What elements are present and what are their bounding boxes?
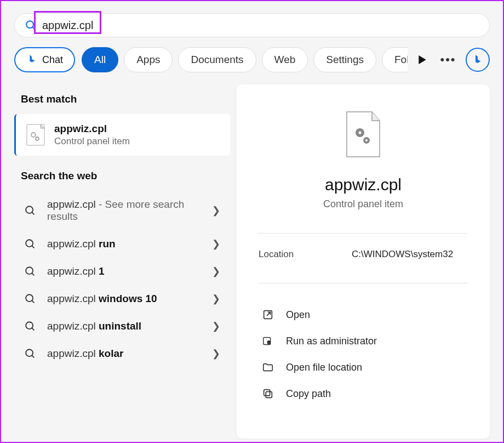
bing-chat-icon bbox=[26, 54, 38, 66]
web-result-item[interactable]: appwiz.cpl kolar ❯ bbox=[14, 340, 230, 367]
action-label: Copy path bbox=[286, 388, 331, 400]
web-result-label: appwiz.cpl - See more search results bbox=[47, 198, 201, 223]
divider bbox=[259, 283, 468, 283]
filter-apps[interactable]: Apps bbox=[124, 47, 173, 72]
action-open-location[interactable]: Open file location bbox=[259, 355, 468, 380]
preview-actions: Open Run as administrator Open file loca… bbox=[259, 302, 468, 406]
web-result-label: appwiz.cpl run bbox=[47, 238, 201, 250]
filter-row: Chat All Apps Documents Web Settings Fol… bbox=[1, 37, 503, 80]
svg-line-6 bbox=[32, 212, 34, 214]
best-match-subtitle: Control panel item bbox=[54, 136, 130, 147]
filter-pills: All Apps Documents Web Settings Folders bbox=[82, 47, 408, 72]
bing-icon bbox=[471, 53, 484, 66]
location-value: C:\WINDOWS\system32 bbox=[352, 249, 453, 260]
svg-point-5 bbox=[26, 206, 33, 213]
svg-line-12 bbox=[32, 300, 34, 303]
search-icon bbox=[24, 293, 36, 305]
filter-all[interactable]: All bbox=[82, 47, 118, 72]
preview-title: appwiz.cpl bbox=[259, 175, 468, 194]
web-result-label: appwiz.cpl kolar bbox=[47, 348, 201, 360]
control-panel-icon bbox=[26, 125, 45, 145]
search-bar[interactable] bbox=[14, 13, 490, 37]
results-pane: Best match appwiz.cpl Control panel item… bbox=[1, 80, 237, 439]
best-match-heading: Best match bbox=[21, 93, 230, 105]
web-result-item[interactable]: appwiz.cpl windows 10 ❯ bbox=[14, 285, 230, 313]
action-label: Open bbox=[286, 309, 310, 321]
search-icon bbox=[24, 205, 36, 217]
filter-settings[interactable]: Settings bbox=[313, 47, 376, 72]
svg-line-1 bbox=[32, 27, 35, 29]
preview-pane: appwiz.cpl Control panel item Location C… bbox=[237, 84, 490, 439]
copy-icon bbox=[262, 388, 274, 400]
chevron-right-icon: ❯ bbox=[212, 265, 220, 277]
location-row: Location C:\WINDOWS\system32 bbox=[259, 249, 468, 260]
ellipsis-icon: ••• bbox=[440, 53, 456, 67]
filter-web[interactable]: Web bbox=[262, 47, 308, 72]
search-icon bbox=[24, 320, 36, 332]
triangle-right-icon bbox=[419, 55, 426, 64]
filter-documents[interactable]: Documents bbox=[178, 47, 256, 72]
search-icon bbox=[24, 265, 36, 277]
web-result-label: appwiz.cpl uninstall bbox=[47, 320, 201, 332]
svg-line-16 bbox=[32, 355, 34, 357]
svg-point-7 bbox=[26, 240, 33, 247]
bing-button[interactable] bbox=[466, 48, 490, 72]
svg-line-14 bbox=[32, 328, 34, 330]
search-icon bbox=[24, 348, 36, 360]
web-result-label: appwiz.cpl windows 10 bbox=[47, 293, 201, 305]
location-label: Location bbox=[259, 249, 352, 260]
web-result-label: appwiz.cpl 1 bbox=[47, 265, 201, 277]
chevron-right-icon: ❯ bbox=[212, 348, 220, 360]
svg-point-20 bbox=[365, 139, 368, 141]
web-result-item[interactable]: appwiz.cpl run ❯ bbox=[14, 230, 230, 258]
chat-label: Chat bbox=[42, 54, 63, 66]
chevron-right-icon: ❯ bbox=[212, 205, 220, 217]
preview-subtitle: Control panel item bbox=[259, 198, 468, 210]
action-open[interactable]: Open bbox=[259, 302, 468, 327]
content-area: Best match appwiz.cpl Control panel item… bbox=[1, 80, 503, 439]
chat-button[interactable]: Chat bbox=[14, 47, 75, 72]
web-result-item[interactable]: appwiz.cpl 1 ❯ bbox=[14, 258, 230, 285]
folder-icon bbox=[262, 361, 274, 373]
svg-line-10 bbox=[32, 273, 34, 275]
search-input[interactable] bbox=[37, 19, 479, 32]
best-match-text: appwiz.cpl Control panel item bbox=[54, 123, 130, 147]
svg-point-9 bbox=[26, 267, 33, 274]
action-label: Run as administrator bbox=[286, 336, 377, 347]
svg-rect-23 bbox=[266, 391, 272, 397]
svg-point-13 bbox=[26, 322, 33, 329]
best-match-item[interactable]: appwiz.cpl Control panel item bbox=[14, 114, 230, 156]
best-match-title: appwiz.cpl bbox=[54, 123, 130, 135]
chevron-right-icon: ❯ bbox=[212, 238, 220, 250]
web-result-item[interactable]: appwiz.cpl uninstall ❯ bbox=[14, 313, 230, 340]
svg-point-0 bbox=[26, 21, 33, 28]
more-button[interactable]: ••• bbox=[437, 49, 459, 71]
open-icon bbox=[262, 309, 274, 321]
web-result-item[interactable]: appwiz.cpl - See more search results ❯ bbox=[14, 191, 230, 230]
divider bbox=[259, 233, 468, 234]
action-copy-path[interactable]: Copy path bbox=[259, 381, 468, 406]
svg-point-19 bbox=[359, 132, 362, 134]
search-icon bbox=[24, 238, 36, 250]
filter-folders[interactable]: Folders bbox=[382, 47, 408, 72]
action-run-admin[interactable]: Run as administrator bbox=[259, 328, 468, 354]
preview-file-icon bbox=[343, 111, 383, 159]
chevron-right-icon: ❯ bbox=[212, 320, 220, 332]
svg-line-8 bbox=[32, 246, 34, 248]
shield-icon bbox=[262, 335, 274, 347]
svg-point-11 bbox=[26, 294, 33, 302]
search-icon bbox=[25, 19, 37, 31]
search-bar-container bbox=[1, 1, 503, 37]
web-section-heading: Search the web bbox=[21, 170, 230, 182]
action-label: Open file location bbox=[286, 362, 362, 373]
scroll-right-button[interactable] bbox=[414, 52, 431, 68]
web-results-list: appwiz.cpl - See more search results ❯ a… bbox=[14, 191, 230, 367]
svg-point-15 bbox=[26, 349, 33, 356]
chevron-right-icon: ❯ bbox=[212, 293, 220, 305]
svg-rect-24 bbox=[264, 390, 270, 396]
